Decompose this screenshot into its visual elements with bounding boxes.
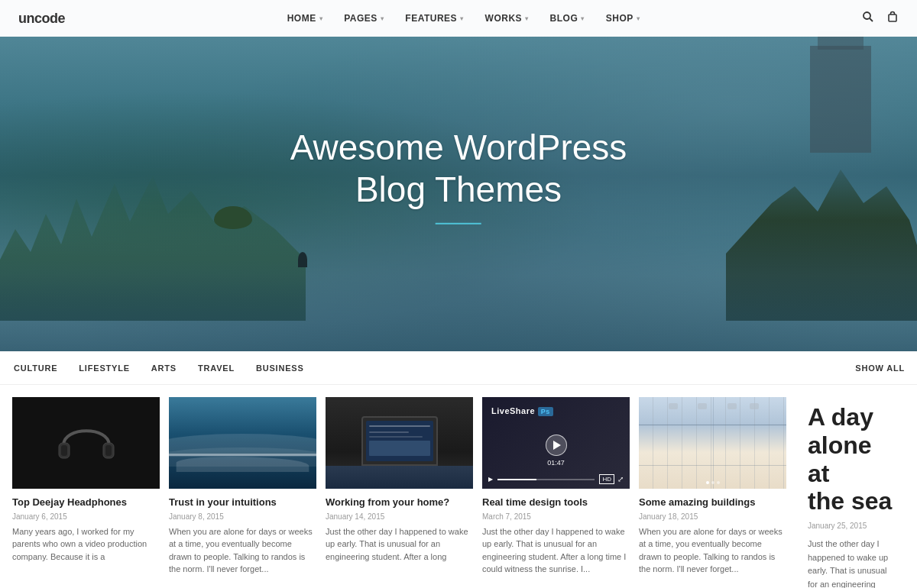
- category-arts[interactable]: ARTS: [150, 363, 178, 373]
- video-play-icon: ▶: [488, 476, 493, 483]
- card-3-date: January 14, 2015: [326, 512, 473, 521]
- chevron-down-icon: ▾: [319, 15, 323, 22]
- chevron-down-icon: ▾: [637, 15, 640, 22]
- card-3-title: Working from your home?: [326, 496, 473, 509]
- hero-building: [810, 46, 871, 153]
- video-time: 01:47: [547, 459, 565, 467]
- svg-rect-6: [105, 445, 112, 456]
- card-1-meta: Top Deejay Headphones January 6, 2015 Ma…: [12, 496, 160, 563]
- video-hd-badge: HD: [599, 474, 614, 484]
- video-title-label: LiveShare Ps: [491, 406, 553, 415]
- blog-card-1[interactable]: Top Deejay Headphones January 6, 2015 Ma…: [12, 397, 160, 563]
- card-6-date: January 25, 2015: [808, 522, 893, 530]
- dot-2: [711, 481, 714, 484]
- nav-links: HOME ▾ PAGES ▾ FEATURES ▾ WORKS ▾ BLOG ▾…: [277, 0, 651, 37]
- brand-logo[interactable]: uncode: [18, 11, 65, 27]
- foam-line: [169, 454, 316, 456]
- card-5-title: Some amazing buildings: [639, 496, 786, 509]
- svg-point-0: [864, 12, 870, 19]
- hero-divider: [436, 223, 481, 225]
- video-expand-icon: ⤢: [617, 475, 624, 483]
- video-controls: ▶ HD ⤢: [488, 474, 624, 484]
- video-progress-bar: [497, 479, 595, 480]
- svg-rect-2: [889, 15, 896, 21]
- video-overlay: LiveShare Ps 01:47 ▶: [482, 397, 630, 489]
- card-1-title: Top Deejay Headphones: [12, 496, 160, 509]
- card-4-excerpt: Just the other day I happened to wake up…: [482, 525, 630, 576]
- blog-card-5[interactable]: Some amazing buildings January 18, 2015 …: [639, 397, 786, 576]
- svg-line-1: [870, 18, 873, 21]
- card-1-excerpt: Many years ago, I worked for my parents …: [12, 525, 160, 564]
- category-bar: CULTURE LIFESTYLE ARTS TRAVEL BUSINESS S…: [0, 351, 917, 385]
- blog-card-4[interactable]: LiveShare Ps 01:47 ▶: [482, 397, 630, 576]
- cart-icon[interactable]: [886, 11, 899, 26]
- search-icon[interactable]: [862, 11, 874, 26]
- video-progress-fill: [497, 479, 536, 480]
- card-2-date: January 8, 2015: [169, 512, 316, 521]
- card-1-date: January 6, 2015: [12, 512, 160, 521]
- nav-shop[interactable]: SHOP ▾: [595, 0, 651, 37]
- main-nav: uncode HOME ▾ PAGES ▾ FEATURES ▾ WORKS ▾…: [0, 0, 917, 37]
- blog-card-6[interactable]: A day alone at the sea January 25, 2015 …: [795, 397, 905, 588]
- hero-figure: [298, 252, 307, 267]
- category-lifestyle[interactable]: LIFESTYLE: [77, 363, 131, 373]
- category-travel[interactable]: TRAVEL: [196, 363, 236, 373]
- chevron-down-icon: ▾: [525, 15, 529, 22]
- show-all-button[interactable]: SHOW ALL: [855, 363, 905, 373]
- card-2-title: Trust in your intuitions: [169, 496, 316, 509]
- card-4-meta: Real time design tools March 7, 2015 Jus…: [482, 496, 630, 576]
- card-6-excerpt: Just the other day I happened to wake up…: [808, 538, 893, 588]
- blog-section: Top Deejay Headphones January 6, 2015 Ma…: [0, 385, 917, 588]
- blog-grid: Top Deejay Headphones January 6, 2015 Ma…: [12, 397, 905, 588]
- card-5-meta: Some amazing buildings January 18, 2015 …: [639, 496, 786, 576]
- card-2-excerpt: When you are alone for days or weeks at …: [169, 525, 316, 576]
- nav-features[interactable]: FEATURES ▾: [394, 0, 474, 37]
- nav-works[interactable]: WORKS ▾: [475, 0, 540, 37]
- category-culture[interactable]: CULTURE: [12, 363, 59, 373]
- play-triangle-icon: [553, 441, 561, 450]
- nav-icon-group: [862, 11, 899, 26]
- nav-pages[interactable]: PAGES ▾: [333, 0, 394, 37]
- chevron-down-icon: ▾: [581, 15, 585, 22]
- card-5-excerpt: When you are alone for days or weeks at …: [639, 525, 786, 576]
- card-4-date: March 7, 2015: [482, 512, 630, 521]
- chevron-down-icon: ▾: [460, 15, 464, 22]
- category-links: CULTURE LIFESTYLE ARTS TRAVEL BUSINESS: [12, 363, 306, 373]
- dot-3: [717, 481, 720, 484]
- svg-rect-5: [61, 445, 67, 456]
- card-3-excerpt: Just the other day I happened to wake up…: [326, 525, 473, 564]
- blog-card-3[interactable]: Working from your home? January 14, 2015…: [326, 397, 473, 563]
- hero-island: [214, 206, 252, 229]
- nav-blog[interactable]: BLOG ▾: [540, 0, 595, 37]
- blog-card-2[interactable]: Trust in your intuitions January 8, 2015…: [169, 397, 316, 576]
- card-4-title: Real time design tools: [482, 496, 630, 509]
- card-3-meta: Working from your home? January 14, 2015…: [326, 496, 473, 563]
- category-business[interactable]: BUSINESS: [254, 363, 306, 373]
- buildings-image: [639, 397, 786, 489]
- hero-section: Awesome WordPress Blog Themes: [0, 0, 917, 351]
- nav-home[interactable]: HOME ▾: [277, 0, 334, 37]
- card-2-meta: Trust in your intuitions January 8, 2015…: [169, 496, 316, 576]
- card-6-big-title: A day alone at the sea: [808, 403, 893, 515]
- laptop-image: [326, 397, 473, 489]
- card-dots: [706, 481, 720, 484]
- ocean-image: [169, 397, 316, 489]
- hero-content: Awesome WordPress Blog Themes: [290, 127, 627, 225]
- card-5-date: January 18, 2015: [639, 512, 786, 521]
- hero-title: Awesome WordPress Blog Themes: [290, 127, 627, 211]
- dot-1: [706, 481, 709, 484]
- video-image: LiveShare Ps 01:47 ▶: [482, 397, 630, 489]
- play-button[interactable]: [546, 435, 567, 456]
- chevron-down-icon: ▾: [381, 15, 384, 22]
- headphones-image: [12, 397, 160, 489]
